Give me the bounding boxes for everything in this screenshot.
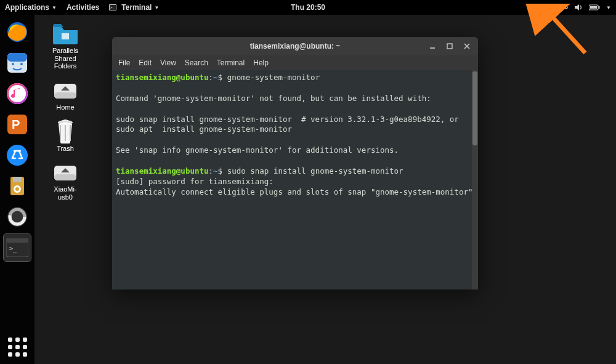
terminal-line: [sudo] password for tiansemixiang: — [116, 177, 274, 186]
night-light-icon[interactable] — [543, 3, 552, 12]
terminal-line: sudo snap install gnome-system-monitor #… — [116, 115, 459, 124]
minimize-button[interactable] — [425, 39, 440, 53]
top-bar: Applications ▼ Activities >_ Terminal ▼ … — [0, 0, 616, 15]
drive-icon — [52, 161, 79, 184]
terminal-output[interactable]: tiansemixiang@ubuntu:~$ gnome-system-mon… — [112, 70, 478, 289]
desktop-icon-label: XiaoMi- usb0 — [54, 185, 76, 201]
dock-app-settings[interactable] — [4, 203, 31, 230]
desktop-icon-label: Home — [56, 103, 74, 111]
activities-menu[interactable]: Activities — [67, 3, 99, 12]
menu-edit[interactable]: Edit — [139, 59, 152, 67]
terminal-command: sudo snap install gnome-system-monitor — [227, 166, 403, 176]
terminal-icon: >_ — [109, 4, 116, 10]
active-app-label: Terminal — [121, 3, 152, 12]
desktop-icon-label: Trash — [57, 145, 74, 153]
svg-rect-11 — [7, 53, 27, 62]
prompt-user-host: tiansemixiang@ubuntu — [116, 166, 209, 176]
folder-icon — [52, 22, 79, 46]
show-applications-button[interactable] — [5, 334, 30, 359]
terminal-window: tiansemixiang@ubuntu: ~ File Edit View S… — [112, 37, 478, 289]
svg-rect-35 — [54, 174, 76, 180]
desktop-icon-trash[interactable]: Trash — [43, 120, 87, 153]
svg-rect-7 — [590, 6, 597, 9]
applications-label: Applications — [5, 3, 49, 12]
svg-text:>_: >_ — [110, 6, 115, 9]
drive-icon — [52, 79, 79, 102]
menu-terminal[interactable]: Terminal — [217, 59, 245, 67]
dock-app-terminal[interactable]: >_ — [4, 234, 31, 261]
desktop-icon-label: Parallels Shared Folders — [52, 47, 78, 70]
dock-app-store[interactable] — [4, 142, 31, 169]
svg-rect-8 — [599, 6, 600, 9]
terminal-body[interactable]: tiansemixiang@ubuntu:~$ gnome-system-mon… — [112, 70, 478, 289]
dock: P >_ — [0, 15, 34, 364]
svg-text:>_: >_ — [9, 245, 17, 253]
desktop-icon-parallels-folder[interactable]: Parallels Shared Folders — [43, 22, 87, 70]
dock-app-firefox[interactable] — [4, 18, 31, 46]
applications-menu[interactable]: Applications ▼ — [5, 3, 57, 12]
network-icon[interactable] — [558, 4, 568, 10]
volume-icon[interactable] — [574, 4, 583, 11]
window-controls — [425, 39, 474, 53]
window-title: tiansemixiang@ubuntu: ~ — [250, 42, 341, 51]
svg-point-19 — [7, 145, 28, 166]
chevron-down-icon: ▼ — [52, 5, 57, 10]
svg-point-4 — [565, 6, 567, 9]
prompt-path: ~ — [213, 166, 218, 176]
terminal-command: gnome-system-monitor — [227, 73, 320, 82]
terminal-line: Command 'gnome-system-monitor' not found… — [116, 94, 431, 103]
desktop-icon-home[interactable]: Home — [43, 79, 87, 111]
dock-app-usb-creator[interactable] — [4, 172, 31, 200]
svg-text:P: P — [12, 118, 20, 131]
close-button[interactable] — [460, 39, 474, 53]
prompt-user-host: tiansemixiang@ubuntu — [116, 73, 209, 82]
menu-file[interactable]: File — [118, 59, 130, 67]
menu-help[interactable]: Help — [253, 59, 269, 67]
svg-point-3 — [559, 6, 561, 9]
system-menu-chevron-icon[interactable]: ▼ — [606, 5, 611, 10]
terminal-menubar: File Edit View Search Terminal Help — [112, 55, 478, 70]
terminal-line: See 'snap info gnome-system-monitor' for… — [116, 145, 399, 155]
clock-label: Thu 20:50 — [291, 3, 325, 12]
svg-rect-28 — [6, 238, 28, 243]
dock-app-files[interactable] — [4, 49, 31, 76]
svg-rect-21 — [13, 177, 22, 182]
dock-app-presentation[interactable]: P — [4, 111, 31, 138]
svg-line-40 — [548, 12, 585, 53]
terminal-line: sudo apt install gnome-system-monitor — [116, 124, 292, 134]
top-bar-left: Applications ▼ Activities >_ Terminal ▼ — [5, 3, 159, 12]
svg-point-23 — [15, 187, 19, 191]
scrollbar-thumb[interactable] — [472, 71, 477, 145]
maximize-button[interactable] — [442, 39, 457, 53]
battery-icon[interactable] — [589, 4, 600, 10]
svg-rect-32 — [54, 92, 76, 99]
desktop-icon-xiaomi-usb[interactable]: XiaoMi- usb0 — [43, 161, 87, 201]
chevron-down-icon: ▼ — [154, 5, 159, 10]
terminal-scrollbar[interactable] — [472, 70, 478, 289]
active-app-menu[interactable]: >_ Terminal ▼ — [109, 3, 159, 12]
clock[interactable]: Thu 20:50 — [291, 3, 325, 12]
svg-point-12 — [12, 63, 14, 65]
activities-label: Activities — [67, 3, 99, 12]
trash-icon — [52, 120, 79, 144]
menu-view[interactable]: View — [160, 59, 176, 67]
menu-search[interactable]: Search — [185, 59, 208, 67]
svg-point-13 — [20, 63, 23, 65]
system-tray: ▼ — [543, 3, 611, 12]
svg-rect-37 — [447, 44, 452, 49]
svg-rect-30 — [62, 33, 69, 39]
prompt-path: ~ — [213, 73, 218, 82]
desktop: Parallels Shared Folders Home Trash Xiao… — [43, 22, 87, 201]
svg-point-16 — [9, 85, 26, 102]
window-titlebar[interactable]: tiansemixiang@ubuntu: ~ — [112, 37, 478, 55]
dock-app-music[interactable] — [4, 80, 31, 107]
terminal-line: Automatically connect eligible plugs and… — [116, 187, 478, 196]
